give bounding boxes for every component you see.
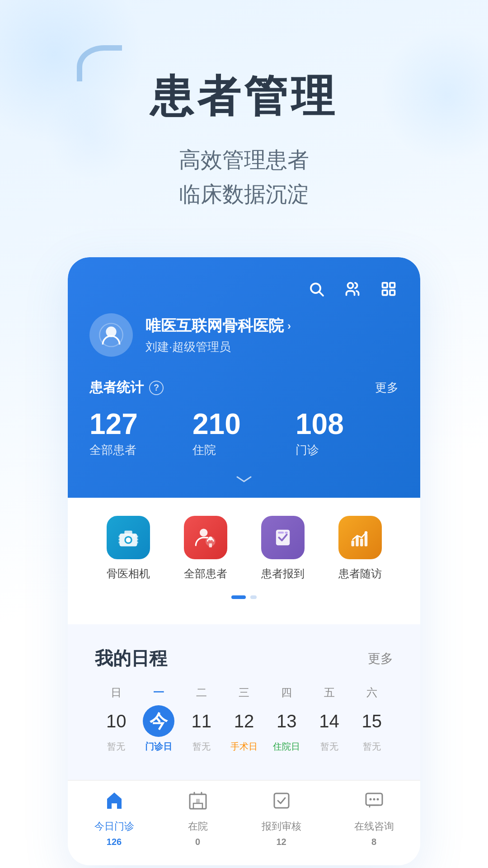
- day-note-wed: 手术日: [230, 741, 258, 753]
- action-label-all-patients: 全部患者: [184, 566, 227, 581]
- action-followup[interactable]: 患者随访: [338, 516, 382, 581]
- all-patients-icon-bg: [184, 516, 227, 559]
- hospital-name[interactable]: 唯医互联网骨科医院 ›: [145, 316, 291, 336]
- followup-icon-bg: [338, 516, 382, 559]
- svg-rect-28: [356, 537, 359, 547]
- svg-point-36: [369, 798, 371, 801]
- calendar-row: 日 10 暂无 一 今 门诊日 二 11 暂无 三 12 手术日 四 1: [95, 685, 393, 753]
- stat-label-outpatient: 门诊: [296, 442, 399, 458]
- schedule-more-button[interactable]: 更多: [368, 650, 393, 667]
- svg-rect-4: [390, 283, 395, 288]
- action-label-camera: 骨医相机: [107, 566, 150, 581]
- day-number-mon-today: 今: [143, 705, 174, 737]
- day-name-mon: 一: [153, 685, 164, 700]
- phone-card: 唯医互联网骨科医院 › 刘建·超级管理员 患者统计 ? 更多 127 全部患者: [68, 257, 420, 865]
- nav-label-consult: 在线咨询: [354, 820, 394, 833]
- nav-count-inpatient: 0: [195, 837, 200, 847]
- action-checkin[interactable]: 患者报到: [261, 516, 305, 581]
- profile-row: 唯医互联网骨科医院 › 刘建·超级管理员: [89, 313, 399, 357]
- nav-label-outpatient: 今日门诊: [94, 820, 134, 833]
- calendar-day-sun[interactable]: 日 10 暂无: [95, 685, 137, 753]
- grid-icon[interactable]: [379, 279, 399, 299]
- svg-rect-12: [124, 531, 132, 535]
- day-name-sun: 日: [111, 685, 122, 700]
- day-note-sun: 暂无: [107, 741, 125, 753]
- svg-rect-25: [278, 532, 284, 533]
- header-icons-row: [89, 279, 399, 299]
- hero-subtitle-line2: 临床数据沉淀: [0, 177, 488, 212]
- stat-outpatient[interactable]: 108 门诊: [296, 410, 399, 458]
- schedule-title: 我的日程: [95, 646, 167, 671]
- svg-rect-30: [364, 534, 367, 547]
- nav-label-inpatient: 在院: [188, 820, 208, 833]
- avatar[interactable]: [89, 313, 133, 357]
- stats-title: 患者统计 ?: [89, 378, 164, 397]
- svg-rect-18: [136, 538, 138, 540]
- hero-title: 患者管理: [0, 72, 488, 120]
- nav-outpatient-today[interactable]: 今日门诊 126: [94, 790, 134, 847]
- hero-decoration: [77, 45, 122, 81]
- nav-inpatient[interactable]: 在院 0: [187, 790, 209, 847]
- stat-label-all: 全部患者: [89, 442, 192, 458]
- stats-more-button[interactable]: 更多: [375, 380, 399, 396]
- stat-number-outpatient: 108: [296, 410, 399, 439]
- stats-section: 患者统计 ? 更多 127 全部患者 210 住院 108 门诊: [89, 378, 399, 498]
- svg-rect-14: [118, 536, 120, 538]
- svg-point-23: [208, 537, 212, 541]
- pagination-dots: [89, 595, 399, 599]
- schedule-section: 我的日程 更多 日 10 暂无 一 今 门诊日 二 11 暂无 三 12: [68, 624, 420, 780]
- help-icon[interactable]: ?: [149, 381, 164, 395]
- chevron-down-icon[interactable]: [89, 472, 399, 498]
- contacts-icon[interactable]: [343, 279, 362, 299]
- search-icon[interactable]: [306, 279, 326, 299]
- day-note-thu: 住院日: [273, 741, 300, 753]
- day-number-fri: 14: [314, 705, 345, 737]
- hero-subtitle: 高效管理患者 临床数据沉淀: [0, 143, 488, 212]
- nav-count-outpatient: 126: [107, 837, 122, 847]
- day-number-sun: 10: [100, 705, 132, 737]
- svg-point-31: [364, 531, 367, 534]
- svg-rect-6: [390, 290, 395, 295]
- svg-rect-34: [274, 793, 289, 808]
- svg-rect-29: [360, 538, 363, 546]
- action-label-followup: 患者随访: [338, 566, 382, 581]
- stat-all-patients[interactable]: 127 全部患者: [89, 410, 192, 458]
- stats-header: 患者统计 ? 更多: [89, 378, 399, 397]
- action-label-checkin: 患者报到: [261, 566, 305, 581]
- stat-number-all: 127: [89, 410, 192, 439]
- stat-label-inpatient: 住院: [192, 442, 296, 458]
- profile-info: 唯医互联网骨科医院 › 刘建·超级管理员: [145, 316, 291, 355]
- stats-row: 127 全部患者 210 住院 108 门诊: [89, 410, 399, 458]
- svg-point-20: [200, 529, 207, 537]
- day-name-sat: 六: [366, 685, 377, 700]
- svg-point-37: [373, 798, 375, 801]
- svg-rect-22: [209, 543, 212, 547]
- hero-subtitle-line1: 高效管理患者: [0, 143, 488, 178]
- app-header: 唯医互联网骨科医院 › 刘建·超级管理员 患者统计 ? 更多 127 全部患者: [68, 257, 420, 498]
- nav-hospital-icon: [187, 790, 209, 816]
- nav-consult[interactable]: 在线咨询 8: [354, 790, 394, 847]
- nav-home-icon: [103, 790, 125, 816]
- svg-rect-19: [136, 542, 138, 543]
- calendar-day-fri[interactable]: 五 14 暂无: [308, 685, 350, 753]
- dot-1: [231, 595, 246, 599]
- svg-rect-27: [351, 541, 354, 547]
- svg-point-13: [133, 535, 135, 537]
- chevron-right-icon: ›: [287, 320, 291, 332]
- action-all-patients[interactable]: 全部患者: [184, 516, 227, 581]
- svg-rect-15: [118, 538, 120, 540]
- nav-review-icon: [271, 790, 292, 816]
- day-name-tue: 二: [196, 685, 207, 700]
- day-note-mon: 门诊日: [145, 741, 172, 753]
- calendar-day-sat[interactable]: 六 15 暂无: [351, 685, 393, 753]
- svg-line-1: [319, 292, 323, 296]
- calendar-day-mon[interactable]: 一 今 门诊日: [137, 685, 180, 753]
- calendar-day-wed[interactable]: 三 12 手术日: [223, 685, 265, 753]
- nav-consult-icon: [363, 790, 385, 816]
- action-camera[interactable]: 骨医相机: [107, 516, 150, 581]
- nav-review[interactable]: 报到审核 12: [262, 790, 301, 847]
- calendar-day-tue[interactable]: 二 11 暂无: [180, 685, 223, 753]
- app-body: 骨医相机 全部患者: [68, 498, 420, 624]
- calendar-day-thu[interactable]: 四 13 住院日: [265, 685, 308, 753]
- stat-inpatient[interactable]: 210 住院: [192, 410, 296, 458]
